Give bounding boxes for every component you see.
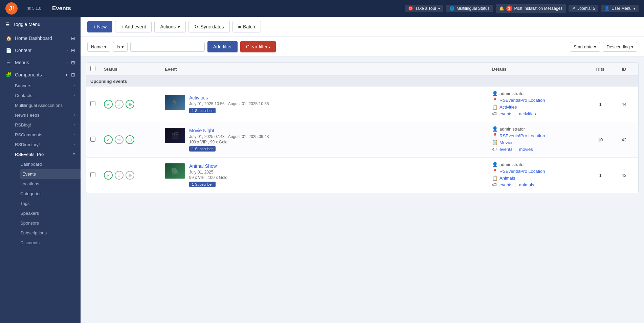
row-checkbox-cell[interactable] bbox=[90, 101, 104, 107]
tour-icon: 🎯 bbox=[408, 6, 413, 11]
sidebar-item-rsblog[interactable]: RSBlog! › bbox=[15, 120, 81, 130]
detail-category: 📋 Animals bbox=[492, 175, 587, 181]
subscriber-badge: 1 Subscriber bbox=[189, 108, 216, 113]
sidebar-item-discounts[interactable]: Discounts bbox=[20, 238, 81, 248]
author-name: administrator bbox=[499, 126, 525, 132]
hits-cell: 1 bbox=[587, 173, 614, 178]
details-cell: 👤 administrator 📍 RSEvents!Pro Location … bbox=[492, 91, 587, 118]
location-link[interactable]: RSEvents!Pro Location bbox=[499, 133, 545, 138]
sidebar-item-speakers[interactable]: Speakers bbox=[20, 208, 81, 218]
sidebar-item-tags[interactable]: Tags bbox=[20, 199, 81, 208]
batch-button[interactable]: ■ Batch bbox=[232, 21, 261, 32]
event-info: Animal Show July 01, 2025 99 x VIP , 100… bbox=[189, 163, 492, 187]
logo[interactable]: J! bbox=[5, 2, 18, 15]
details-cell: 👤 administrator 📍 RSEvents!Pro Location … bbox=[492, 162, 587, 189]
sidebar-item-events[interactable]: Events bbox=[20, 169, 81, 179]
category-link[interactable]: Activities bbox=[499, 105, 517, 110]
joomla5-button[interactable]: ↗ Joomla! 5 bbox=[569, 5, 598, 12]
status-published-icon[interactable]: ✓ bbox=[104, 100, 113, 109]
detail-author: 👤 administrator bbox=[492, 126, 587, 132]
sidebar-item-newsfeeds[interactable]: News Feeds › bbox=[15, 110, 81, 120]
sync-dates-button[interactable]: ↻ Sync dates bbox=[188, 21, 229, 32]
row-checkbox-cell[interactable] bbox=[90, 137, 104, 143]
tag-link-movies[interactable]: movies bbox=[519, 147, 533, 152]
chevron-right-icon: › bbox=[66, 48, 68, 52]
author-name: administrator bbox=[499, 162, 525, 167]
sidebar-item-sponsors[interactable]: Sponsors bbox=[20, 218, 81, 228]
tag-link-events[interactable]: events bbox=[499, 111, 512, 116]
col-status-header: Status bbox=[104, 67, 165, 72]
status-featured-icon[interactable]: ☆ bbox=[115, 135, 124, 144]
row-checkbox-cell[interactable] bbox=[90, 172, 104, 178]
sidebar-item-rsdirectory[interactable]: RSDirectory! › bbox=[15, 140, 81, 149]
rsevents-submenu: Dashboard Events Locations Categories Ta… bbox=[15, 159, 81, 248]
tag-link-animals[interactable]: animals bbox=[519, 182, 534, 187]
select-all-checkbox[interactable] bbox=[90, 66, 95, 71]
sidebar-item-banners[interactable]: Banners › bbox=[15, 81, 81, 91]
sidebar-item-dashboard[interactable]: Dashboard bbox=[20, 159, 81, 169]
sidebar-item-contacts[interactable]: Contacts › bbox=[15, 91, 81, 100]
new-button[interactable]: + New bbox=[87, 21, 112, 32]
event-cell: 🏃 Activities July 01, 2025 10:56 - Augus… bbox=[165, 95, 492, 113]
status-registered-icon[interactable]: ⊕ bbox=[126, 135, 134, 144]
sidebar-item-rsevents[interactable]: RSEvents! Pro ▾ bbox=[15, 149, 81, 159]
add-filter-button[interactable]: Add filter bbox=[207, 41, 238, 52]
svg-text:J!: J! bbox=[9, 5, 14, 12]
sidebar-item-multilingual[interactable]: Multilingual Associations bbox=[15, 100, 81, 110]
sidebar: ☰ Toggle Menu 🏠 Home Dashboard ⊞ 📄 Conte… bbox=[0, 17, 81, 323]
sidebar-item-components[interactable]: 🧩 Components ▾ ⊞ bbox=[0, 69, 81, 81]
take-a-tour-button[interactable]: 🎯 Take a Tour ▾ bbox=[405, 5, 443, 12]
multilingual-icon: 🌐 bbox=[449, 6, 454, 11]
add-event-button[interactable]: + Add event bbox=[115, 21, 152, 32]
location-link[interactable]: RSEvents!Pro Location bbox=[499, 169, 545, 174]
multilingual-status-button[interactable]: 🌐 Multilingual Status bbox=[446, 5, 493, 12]
status-registered-icon[interactable]: ⊕ bbox=[126, 171, 134, 180]
sidebar-item-home-dashboard[interactable]: 🏠 Home Dashboard ⊞ bbox=[0, 32, 81, 44]
status-published-icon[interactable]: ✓ bbox=[104, 171, 113, 180]
status-registered-icon[interactable]: ⊕ bbox=[126, 100, 134, 109]
select-all-checkbox-cell[interactable] bbox=[90, 66, 104, 72]
main-layout: ☰ Toggle Menu 🏠 Home Dashboard ⊞ 📄 Conte… bbox=[0, 17, 644, 323]
filter-operator-select[interactable]: Is ▾ bbox=[113, 42, 128, 52]
tag-link-events[interactable]: events bbox=[499, 182, 512, 187]
sidebar-item-locations[interactable]: Locations bbox=[20, 179, 81, 189]
col-details-header: Details bbox=[492, 67, 587, 72]
tag-link-activities[interactable]: activities bbox=[519, 111, 536, 116]
subscriber-badge: 1 Subscriber bbox=[189, 182, 216, 187]
sidebar-item-subscriptions[interactable]: Subscriptions bbox=[20, 228, 81, 238]
notifications-button[interactable]: 🔔 3 Post Installation Messages bbox=[496, 4, 566, 13]
toggle-menu-button[interactable]: ☰ Toggle Menu bbox=[0, 17, 81, 32]
event-tickets: 100 x VIP , 99 x Gold bbox=[189, 140, 492, 144]
sidebar-item-content[interactable]: 📄 Content › ⊞ bbox=[0, 44, 81, 56]
location-link[interactable]: RSEvents!Pro Location bbox=[499, 98, 545, 103]
user-menu-button[interactable]: 👤 User Menu ▾ bbox=[601, 5, 639, 12]
status-featured-icon[interactable]: ☆ bbox=[115, 171, 124, 180]
row-checkbox[interactable] bbox=[90, 137, 95, 142]
row-checkbox[interactable] bbox=[90, 101, 95, 106]
sidebar-item-categories[interactable]: Categories bbox=[20, 189, 81, 199]
sidebar-item-menus[interactable]: ☰ Menus › ⊞ bbox=[0, 56, 81, 69]
actions-button[interactable]: Actions ▾ bbox=[154, 21, 186, 32]
status-published-icon[interactable]: ✓ bbox=[104, 135, 113, 144]
tag-link-events[interactable]: events bbox=[499, 147, 512, 152]
event-name-link[interactable]: Animal Show bbox=[189, 163, 217, 169]
chevron-down-icon: ▾ bbox=[594, 44, 596, 49]
event-name-link[interactable]: Activities bbox=[189, 95, 208, 100]
top-nav-right: 🎯 Take a Tour ▾ 🌐 Multilingual Status 🔔 … bbox=[405, 4, 639, 13]
status-featured-icon[interactable]: ☆ bbox=[115, 100, 124, 109]
event-name-link[interactable]: Movie Night bbox=[189, 128, 214, 133]
grid-icon: ⊞ bbox=[71, 48, 75, 53]
filter-field-select[interactable]: Name ▾ bbox=[87, 42, 110, 52]
row-checkbox[interactable] bbox=[90, 172, 95, 177]
sidebar-item-rscomments[interactable]: RSComments! › bbox=[15, 130, 81, 140]
clear-filters-button[interactable]: Clear filters bbox=[240, 41, 276, 52]
category-link[interactable]: Movies bbox=[499, 140, 513, 145]
table-header: Status Event Details Hits ID bbox=[86, 63, 638, 76]
grid-icon: ⊞ bbox=[71, 72, 75, 77]
sort-field-button[interactable]: Start date ▾ bbox=[570, 42, 600, 52]
sort-direction-button[interactable]: Descending ▾ bbox=[603, 42, 637, 52]
filter-sort-controls: Start date ▾ Descending ▾ bbox=[570, 42, 637, 52]
category-link[interactable]: Animals bbox=[499, 176, 515, 181]
detail-location: 📍 RSEvents!Pro Location bbox=[492, 133, 587, 138]
filter-value-input[interactable] bbox=[130, 42, 205, 52]
